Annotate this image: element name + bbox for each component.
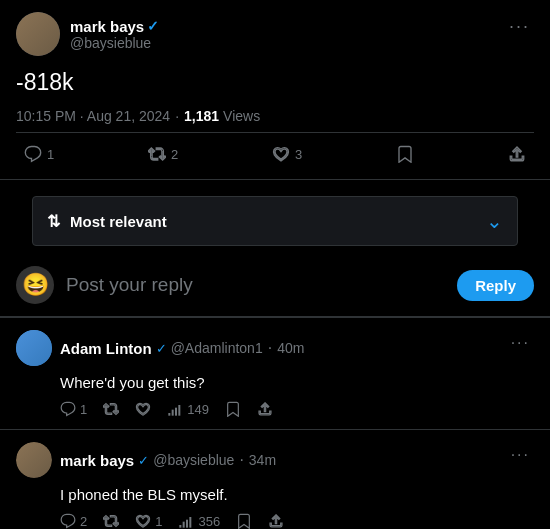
reply-button[interactable]: Reply (457, 270, 534, 301)
comment-like-action[interactable]: 1 (135, 513, 162, 529)
svg-rect-2 (175, 408, 177, 416)
comment-verified-icon: ✓ (138, 453, 149, 468)
reply-icon (60, 401, 76, 417)
reply-action[interactable]: 1 (16, 141, 62, 167)
comment-user-info: mark bays ✓ @baysieblue · 34m (60, 451, 276, 469)
comment-like-action[interactable] (135, 401, 151, 417)
separator: · (268, 339, 272, 357)
retweet-count: 2 (171, 147, 178, 162)
retweet-icon (148, 145, 166, 163)
comment-views-action[interactable]: 356 (178, 513, 220, 529)
comment-header-left: Adam Linton ✓ @Adamlinton1 · 40m (16, 330, 304, 366)
comment-share-action[interactable] (257, 401, 273, 417)
display-name: mark bays ✓ (70, 18, 159, 35)
username: @baysieblue (70, 35, 159, 51)
retweet-icon (103, 401, 119, 417)
reply-placeholder: Post your reply (66, 274, 193, 295)
tweet-content: -818k (16, 66, 534, 98)
svg-rect-4 (180, 525, 182, 528)
comment-header: Adam Linton ✓ @Adamlinton1 · 40m ··· (16, 330, 534, 366)
filter-label: Most relevant (70, 213, 167, 230)
filter-icon: ⇅ (47, 212, 60, 231)
filter-left: ⇅ Most relevant (47, 212, 167, 231)
like-icon (272, 145, 290, 163)
views-label: Views (223, 108, 260, 124)
comment-views-action[interactable]: 149 (167, 401, 209, 417)
comment-display-name: Adam Linton (60, 340, 152, 357)
svg-rect-1 (172, 410, 174, 416)
tweet-author-info: mark bays ✓ @baysieblue (16, 12, 159, 56)
svg-rect-7 (190, 517, 192, 528)
share-icon (257, 401, 273, 417)
comment-reply-count: 2 (80, 514, 87, 529)
svg-rect-0 (169, 413, 171, 416)
tweet-timestamp: 10:15 PM · Aug 21, 2024 (16, 108, 170, 124)
comment-actions: 2 1 356 (60, 513, 534, 529)
comment-body: I phoned the BLS myself. (60, 484, 534, 505)
reply-input[interactable]: Post your reply (66, 274, 445, 296)
author-name-text: mark bays (70, 18, 144, 35)
user-info: mark bays ✓ @baysieblue (70, 18, 159, 51)
like-count: 3 (295, 147, 302, 162)
bookmark-icon (225, 401, 241, 417)
comment-bookmark-action[interactable] (236, 513, 252, 529)
comment-more-button[interactable]: ··· (507, 330, 534, 356)
chevron-down-icon: ⌄ (486, 209, 503, 233)
comment-reply-action[interactable]: 2 (60, 513, 87, 529)
author-avatar (16, 12, 60, 56)
views-icon (167, 401, 183, 417)
tweet-header: mark bays ✓ @baysieblue ··· (16, 12, 534, 56)
avatar-image (16, 12, 60, 56)
like-action[interactable]: 3 (264, 141, 310, 167)
bookmark-icon (236, 513, 252, 529)
comment-item: mark bays ✓ @baysieblue · 34m ··· I phon… (0, 430, 550, 529)
share-action[interactable] (500, 141, 534, 167)
user-emoji-avatar: 😆 (16, 266, 54, 304)
comment-verified-icon: ✓ (156, 341, 167, 356)
comment-reply-action[interactable]: 1 (60, 401, 87, 417)
share-icon (508, 145, 526, 163)
separator: · (239, 451, 243, 469)
verified-icon: ✓ (147, 18, 159, 34)
emoji-content: 😆 (22, 272, 49, 298)
like-icon (135, 513, 151, 529)
comment-retweet-action[interactable] (103, 401, 119, 417)
retweet-action[interactable]: 2 (140, 141, 186, 167)
comment-reply-count: 1 (80, 402, 87, 417)
comments-section: Adam Linton ✓ @Adamlinton1 · 40m ··· Whe… (0, 317, 550, 529)
comment-bookmark-action[interactable] (225, 401, 241, 417)
tweet-meta: 10:15 PM · Aug 21, 2024 · 1,181 Views (16, 108, 534, 124)
comment-time: 34m (249, 452, 276, 468)
comment-header: mark bays ✓ @baysieblue · 34m ··· (16, 442, 534, 478)
share-icon (268, 513, 284, 529)
comment-actions: 1 149 (60, 401, 534, 417)
tweet-actions: 1 2 3 (16, 132, 534, 179)
views-count: 1,181 (184, 108, 219, 124)
comment-display-name: mark bays (60, 452, 134, 469)
comment-avatar (16, 442, 52, 478)
bookmark-action[interactable] (388, 141, 422, 167)
main-tweet: mark bays ✓ @baysieblue ··· -818k 10:15 … (0, 0, 550, 180)
comment-views-count: 149 (187, 402, 209, 417)
comment-item: Adam Linton ✓ @Adamlinton1 · 40m ··· Whe… (0, 318, 550, 430)
comment-more-button[interactable]: ··· (507, 442, 534, 468)
svg-rect-5 (183, 522, 185, 528)
comment-header-left: mark bays ✓ @baysieblue · 34m (16, 442, 276, 478)
comment-username: @Adamlinton1 (171, 340, 263, 356)
comment-views-count: 356 (198, 514, 220, 529)
reply-icon (24, 145, 42, 163)
reply-icon (60, 513, 76, 529)
comment-share-action[interactable] (268, 513, 284, 529)
reply-count: 1 (47, 147, 54, 162)
svg-rect-6 (186, 520, 188, 528)
svg-rect-3 (179, 405, 181, 416)
filter-bar[interactable]: ⇅ Most relevant ⌄ (32, 196, 518, 246)
separator: · (175, 108, 179, 124)
more-options-button[interactable]: ··· (505, 12, 534, 41)
comment-time: 40m (277, 340, 304, 356)
filter-section: ⇅ Most relevant ⌄ (0, 180, 550, 254)
retweet-icon (103, 513, 119, 529)
comment-retweet-action[interactable] (103, 513, 119, 529)
comment-username: @baysieblue (153, 452, 234, 468)
like-icon (135, 401, 151, 417)
